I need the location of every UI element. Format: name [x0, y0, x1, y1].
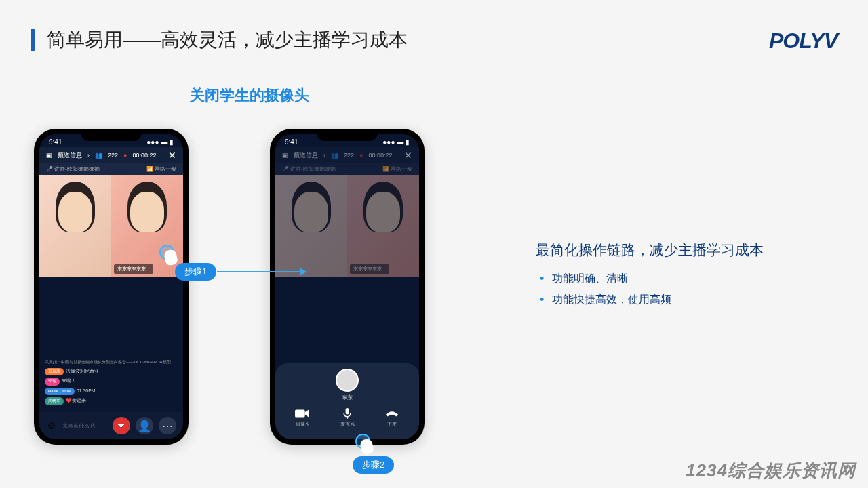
phone-mock-1: 9:41 ●●● ▬ ▮ ▣ 频道信息 › 👥222 ●00:00:22 ✕ 🎤… [34, 129, 189, 445]
status-icons: ●●● ▬ ▮ [146, 138, 174, 146]
svg-rect-1 [346, 408, 349, 415]
more-button[interactable]: ⋯ [159, 417, 176, 434]
chat-panel: 武美娟：中国与世界金融市场从分割走向整合——DCC-MGARCH模型 马瑞珍法属… [45, 358, 178, 407]
top-bar: ▣ 频道信息 › 👥222 ●00:00:22 ✕ [39, 147, 183, 163]
page-title: 简单易用——高效灵活，减少主播学习成本 [47, 27, 408, 53]
watermark: 1234综合娱乐资讯网 [686, 459, 856, 483]
step-badge-1: 步骤1 [175, 263, 216, 281]
chat-topic: 武美娟：中国与世界金融市场从分割走向整合——DCC-MGARCH模型 [45, 359, 178, 366]
video-name-tag: 东东东东东东... [114, 264, 153, 274]
desc-title: 最简化操作链路，减少主播学习成本 [536, 241, 764, 260]
info-bar: 🎤 讲师-欧阳娜娜娜娜 📶 网络一般 [39, 163, 183, 175]
section-subtitle: 关闭学生的摄像头 [190, 85, 868, 106]
leave-call[interactable]: 下麦 [384, 408, 399, 428]
camera-toggle[interactable]: 摄像头 [295, 408, 310, 428]
bottom-bar: ☺ 来聊点什么吧~ ⏷ 👤 ⋯ [39, 412, 183, 439]
mic-toggle[interactable]: 麦克风 [340, 408, 355, 428]
call-controls-sheet: 东东 摄像头 麦克风 下麦 [275, 363, 419, 439]
desc-bullet: 功能明确、清晰 [536, 272, 764, 286]
avatar-name: 东东 [342, 394, 353, 401]
close-icon[interactable]: ✕ [168, 150, 176, 161]
pointer-icon-2 [355, 434, 376, 454]
svg-rect-0 [295, 410, 305, 418]
accent-bar [31, 29, 35, 51]
avatar [336, 369, 359, 392]
brand-logo: POLYV [769, 28, 837, 54]
hangup-button[interactable]: ⏷ [113, 417, 130, 434]
viewer-count: 222 [108, 152, 118, 159]
pointer-icon-1 [159, 245, 180, 265]
status-time: 9:41 [49, 138, 62, 146]
description-block: 最简化操作链路，减少主播学习成本 功能明确、清晰 功能快捷高效，使用高频 [536, 241, 764, 314]
desc-bullet: 功能快捷高效，使用高频 [536, 293, 764, 307]
step-badge-2: 步骤2 [353, 456, 394, 474]
flow-arrow [217, 271, 305, 272]
rec-time: 00:00:22 [132, 152, 156, 159]
people-button[interactable]: 👤 [136, 417, 153, 434]
phone-mock-2: 9:41●●● ▬ ▮ ▣频道信息› 👥222 ●00:00:22 ✕ 🎤 讲师… [270, 129, 425, 445]
channel-label: 频道信息 [58, 151, 82, 160]
chat-input-hint[interactable]: 来聊点什么吧~ [62, 422, 107, 430]
